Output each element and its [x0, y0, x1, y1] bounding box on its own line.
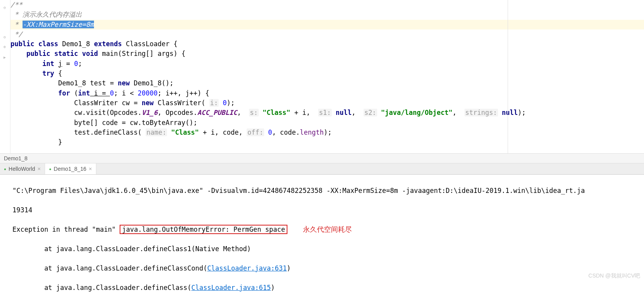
stacktrace-link[interactable]: ClassLoader.java:631	[207, 264, 287, 272]
code-line: }	[10, 137, 644, 147]
run-tab-helloworld[interactable]: ● HelloWorld ✕	[0, 163, 45, 174]
run-icon: ●	[4, 167, 6, 171]
code-line: try {	[10, 69, 644, 78]
code-line: byte[] code = cw.toByteArray();	[10, 118, 644, 128]
code-line: test.defineClass( name: "Class" + i, cod…	[10, 128, 644, 137]
code-line: Demo1_8 test = new Demo1_8();	[10, 78, 644, 88]
console-line-exception: Exception in thread "main" java.lang.Out…	[12, 225, 641, 234]
console-output[interactable]: "C:\Program Files\Java\jdk1.6.0_45\bin\j…	[0, 175, 644, 295]
code-line: /**	[10, 0, 644, 10]
console-line: "C:\Program Files\Java\jdk1.6.0_45\bin\j…	[12, 186, 641, 196]
code-line-caret: * -XX:MaxPermSize=8m	[10, 20, 644, 30]
code-line: public static void main(String[] args) {	[10, 49, 644, 59]
run-tool-tabs: ● HelloWorld ✕ ● Demo1_8_16 ✕	[0, 163, 644, 175]
code-line: ClassWriter cw = new ClassWriter( i: 0);	[10, 98, 644, 108]
run-icon: ●	[49, 167, 51, 171]
annotation-label: 永久代空间耗尽	[303, 226, 352, 233]
run-tab-demo18_16[interactable]: ● Demo1_8_16 ✕	[45, 163, 96, 174]
code-line: int j = 0;	[10, 59, 644, 69]
code-editor[interactable]: ⊖ ⊖ ⊕ ▶ /** * 演示永久代内存溢出 * -XX:MaxPermSiz…	[0, 0, 644, 153]
tab-label: Demo1_8_16	[54, 166, 86, 172]
code-line: public class Demo1_8 extends ClassLoader…	[10, 39, 644, 49]
code-line: for (int i = 0; i < 20000; i++, j++) {	[10, 88, 644, 98]
close-icon[interactable]: ✕	[37, 167, 41, 172]
close-icon[interactable]: ✕	[89, 167, 92, 172]
stacktrace-link[interactable]: ClassLoader.java:615	[191, 284, 271, 292]
console-line: at java.lang.ClassLoader.defineClassCond…	[12, 264, 641, 273]
breadcrumb[interactable]: Demo1_8	[0, 153, 644, 163]
code-line: cw.visit(Opcodes.V1_6, Opcodes.ACC_PUBLI…	[10, 108, 644, 118]
console-line: at java.lang.ClassLoader.defineClass(Cla…	[12, 283, 641, 293]
editor-gutter: ⊖ ⊖ ⊕ ▶	[0, 0, 10, 153]
right-margin-line	[508, 0, 508, 153]
error-highlight-box: java.lang.OutOfMemoryError: PermGen spac…	[120, 225, 287, 234]
code-line: * 演示永久代内存溢出	[10, 10, 644, 19]
console-line: 19314	[12, 205, 641, 215]
tab-label: HelloWorld	[9, 166, 35, 172]
watermark: CSDN @我就叫CV吧	[588, 272, 640, 279]
code-line: */	[10, 30, 644, 39]
console-line: at java.lang.ClassLoader.defineClass1(Na…	[12, 244, 641, 254]
